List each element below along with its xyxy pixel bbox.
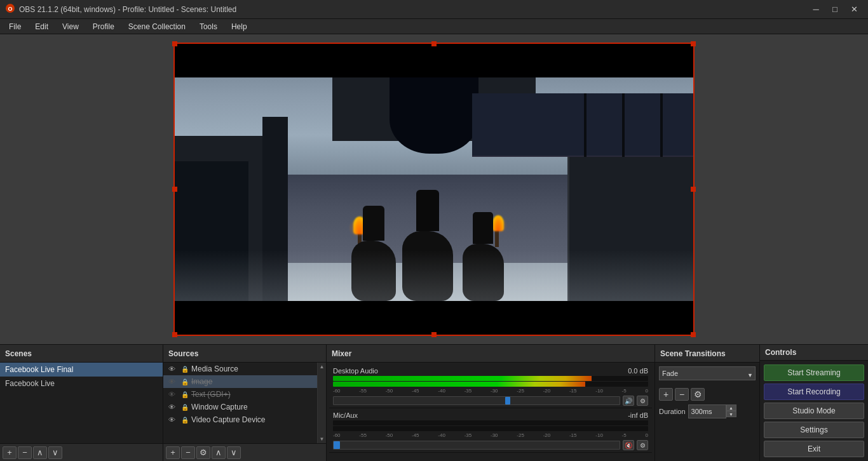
transition-add-button[interactable]: + bbox=[659, 388, 673, 401]
scene-item-facebook-live-final[interactable]: Facebook Live Final bbox=[0, 363, 163, 377]
scene-letterbox-top bbox=[173, 43, 695, 77]
bridge-pillar1 bbox=[660, 93, 663, 157]
sources-down-button[interactable]: ∨ bbox=[227, 446, 241, 459]
sources-scrollbar[interactable]: ▲ ▼ bbox=[317, 363, 326, 443]
preview-area bbox=[0, 34, 868, 344]
scene-item-facebook-live[interactable]: Facebook Live bbox=[0, 377, 163, 391]
mic-meter-bottom bbox=[333, 426, 648, 431]
source-item-media[interactable]: 👁 🔒 Media Source bbox=[163, 363, 317, 375]
menu-scene-collection[interactable]: Scene Collection bbox=[122, 21, 192, 32]
menu-edit[interactable]: Edit bbox=[29, 21, 55, 32]
sources-settings-button[interactable]: ⚙ bbox=[196, 446, 210, 459]
scenes-list: Facebook Live Final Facebook Live bbox=[0, 363, 163, 443]
mic-mute-button[interactable]: 🔇 bbox=[623, 440, 634, 450]
mic-aux-db: -inf dB bbox=[628, 411, 648, 419]
transitions-content: Cut Fade Swipe Slide Stinger Fade to Col… bbox=[655, 363, 759, 461]
visibility-icon-video[interactable]: 👁 bbox=[168, 416, 179, 424]
titlebar-left: O OBS 21.1.2 (64bit, windows) - Profile:… bbox=[5, 3, 236, 15]
mic-volume-slider[interactable] bbox=[333, 441, 620, 450]
desktop-audio-meters bbox=[333, 376, 648, 381]
scenes-header: Scenes bbox=[0, 345, 163, 363]
desktop-meter-bottom bbox=[333, 382, 648, 387]
desktop-db-labels: -60 -55 -50 -45 -40 -35 -30 -25 -20 -15 … bbox=[333, 388, 648, 394]
sources-add-button[interactable]: + bbox=[166, 446, 180, 459]
mixer-track-mic-header: Mic/Aux -inf dB bbox=[333, 411, 648, 419]
window-title: OBS 21.1.2 (64bit, windows) - Profile: U… bbox=[19, 5, 236, 14]
desktop-volume-slider[interactable] bbox=[333, 396, 620, 405]
svg-text:O: O bbox=[8, 6, 12, 12]
app-icon: O bbox=[5, 3, 15, 15]
source-label-text: Text (GDI+) bbox=[191, 390, 312, 399]
mixer-panel: Mixer Desktop Audio 0.0 dB bbox=[327, 345, 655, 461]
scene-letterbox-bottom bbox=[173, 301, 695, 336]
menu-tools[interactable]: Tools bbox=[193, 21, 224, 32]
visibility-icon-text[interactable]: 👁 bbox=[168, 391, 179, 398]
transitions-panel: Scene Transitions Cut Fade Swipe Slide S… bbox=[655, 345, 760, 461]
menu-view[interactable]: View bbox=[56, 21, 85, 32]
mixer-track-mic: Mic/Aux -inf dB -60 -55 bbox=[329, 410, 652, 453]
desktop-meter-top bbox=[333, 376, 648, 381]
visibility-icon-media[interactable]: 👁 bbox=[168, 365, 179, 373]
duration-spin-up[interactable]: ▲ bbox=[726, 404, 736, 411]
mic-aux-label: Mic/Aux bbox=[333, 411, 358, 419]
desktop-level-fill-bottom bbox=[333, 382, 585, 387]
source-item-video[interactable]: 👁 🔒 Video Capture Device bbox=[163, 413, 317, 426]
scenes-down-button[interactable]: ∨ bbox=[48, 446, 62, 459]
minimize-button[interactable]: ─ bbox=[807, 3, 825, 17]
duration-spinbox: ▲ ▼ bbox=[726, 404, 736, 418]
menu-file[interactable]: File bbox=[3, 21, 27, 32]
close-button[interactable]: ✕ bbox=[845, 3, 863, 17]
scenes-remove-button[interactable]: − bbox=[18, 446, 32, 459]
sources-remove-button[interactable]: − bbox=[181, 446, 195, 459]
mic-meters-bottom bbox=[333, 426, 648, 431]
visibility-icon-image[interactable]: 👁 bbox=[168, 378, 179, 385]
source-label-video: Video Capture Device bbox=[191, 415, 312, 424]
exit-button[interactable]: Exit bbox=[764, 441, 864, 457]
duration-input[interactable] bbox=[688, 404, 726, 418]
source-item-image[interactable]: 👁 🔒 Image bbox=[163, 375, 317, 388]
fog-overlay bbox=[173, 250, 695, 301]
scroll-down-arrow[interactable]: ▼ bbox=[320, 436, 325, 442]
duration-row: Duration ▲ ▼ bbox=[659, 404, 756, 418]
controls-content: Start Streaming Start Recording Studio M… bbox=[760, 361, 868, 461]
duration-input-wrapper: ▲ ▼ bbox=[688, 404, 736, 418]
settings-button[interactable]: Settings bbox=[764, 422, 864, 438]
mic-config-button[interactable]: ⚙ bbox=[637, 440, 648, 450]
source-label-image: Image bbox=[191, 377, 312, 386]
transition-remove-button[interactable]: − bbox=[675, 388, 689, 401]
start-streaming-button[interactable]: Start Streaming bbox=[764, 364, 864, 381]
transition-type-wrapper: Cut Fade Swipe Slide Stinger Fade to Col… bbox=[659, 366, 756, 384]
menu-help[interactable]: Help bbox=[225, 21, 254, 32]
controls-panel: Controls Start Streaming Start Recording… bbox=[760, 345, 868, 461]
desktop-config-button[interactable]: ⚙ bbox=[637, 396, 648, 406]
scenes-add-button[interactable]: + bbox=[3, 446, 17, 459]
duration-spin-down[interactable]: ▼ bbox=[726, 411, 736, 417]
sources-up-button[interactable]: ∧ bbox=[212, 446, 226, 459]
source-label-media: Media Source bbox=[191, 364, 312, 373]
desktop-audio-meters-bottom bbox=[333, 382, 648, 387]
transition-type-select[interactable]: Cut Fade Swipe Slide Stinger Fade to Col… bbox=[659, 366, 756, 380]
start-recording-button[interactable]: Start Recording bbox=[764, 384, 864, 400]
source-item-text[interactable]: 👁 🔒 Text (GDI+) bbox=[163, 388, 317, 401]
mic-meter-top bbox=[333, 420, 648, 425]
lock-icon-window: 🔒 bbox=[181, 404, 189, 411]
visibility-icon-window[interactable]: 👁 bbox=[168, 403, 179, 411]
desktop-mute-button[interactable]: 🔊 bbox=[623, 396, 634, 406]
controls-header: Controls bbox=[760, 345, 868, 361]
scenes-up-button[interactable]: ∧ bbox=[33, 446, 47, 459]
titlebar: O OBS 21.1.2 (64bit, windows) - Profile:… bbox=[0, 0, 868, 19]
maximize-button[interactable]: □ bbox=[826, 3, 844, 17]
preview-image bbox=[173, 43, 695, 336]
scroll-up-arrow[interactable]: ▲ bbox=[320, 364, 325, 370]
source-item-window[interactable]: 👁 🔒 Window Capture bbox=[163, 401, 317, 413]
mixer-tracks: Desktop Audio 0.0 dB -60 -55 bbox=[327, 363, 654, 461]
desktop-audio-db: 0.0 dB bbox=[628, 367, 648, 375]
scenes-panel: Scenes Facebook Live Final Facebook Live… bbox=[0, 345, 163, 461]
rider-2 bbox=[416, 190, 439, 231]
transition-config-button[interactable]: ⚙ bbox=[691, 388, 705, 401]
mixer-track-desktop: Desktop Audio 0.0 dB -60 -55 bbox=[329, 365, 652, 408]
desktop-level-fill-top bbox=[333, 376, 592, 381]
menu-profile[interactable]: Profile bbox=[86, 21, 121, 32]
mic-meters bbox=[333, 420, 648, 425]
studio-mode-button[interactable]: Studio Mode bbox=[764, 403, 864, 419]
